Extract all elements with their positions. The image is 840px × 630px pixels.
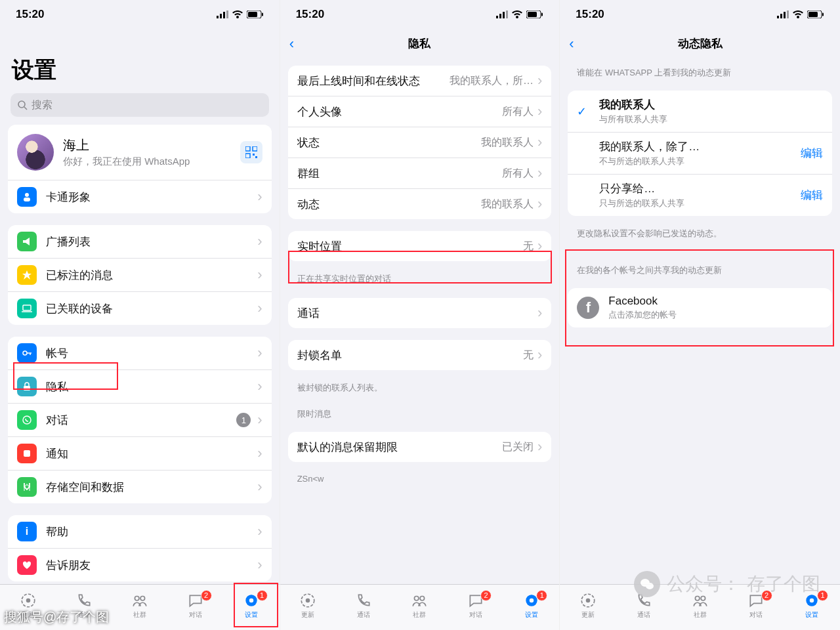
page-title: 设置 [0,29,280,91]
tell-friend-row[interactable]: 告诉朋友 › [8,549,272,581]
svg-point-29 [249,598,254,602]
who-can-see-header: 谁能在 WHATSAPP 上看到我的动态更新 [560,58,840,83]
svg-rect-33 [506,10,508,18]
key-icon [17,343,37,363]
svg-rect-31 [499,14,501,18]
option-contacts-except[interactable]: 我的联系人，除了… 不与所选的联系人共享 编辑 [568,133,832,175]
svg-rect-49 [822,13,824,16]
search-placeholder: 搜索 [32,98,52,112]
privacy-change-note: 更改隐私设置不会影响已发送的动态。 [560,228,840,245]
about-row[interactable]: 状态 我的联系人 › [288,127,552,158]
zsn-text: ZSn<w [280,474,560,489]
facebook-icon: f [577,297,599,319]
profilephoto-row[interactable]: 个人头像 所有人 › [288,96,552,127]
avatar-row[interactable]: 卡通形象 › [8,180,272,213]
profile-status: 你好，我正在使用 WhatsApp [63,156,240,168]
calls-privacy-row[interactable]: 通话 › [288,298,552,328]
signal-icon [217,10,228,18]
facebook-link-row[interactable]: f Facebook 点击添加您的帐号 [568,288,832,327]
svg-rect-32 [503,12,505,18]
svg-point-26 [135,596,139,600]
search-input[interactable]: 搜索 [10,93,269,117]
watermark-left: 搜狐号@存了个图 [4,608,109,626]
profile-name: 海上 [63,136,240,154]
wechat-icon [634,571,660,597]
tab-settings[interactable]: 设置1 [224,592,280,620]
wifi-icon [232,10,243,18]
help-row[interactable]: i 帮助 › [8,515,272,549]
svg-point-57 [646,583,654,589]
battery-icon [247,10,264,18]
status-privacy-row[interactable]: 动态 我的联系人 › [288,189,552,219]
account-row[interactable]: 帐号 › [8,337,272,370]
blocked-footer: 被封锁的联系人列表。 [280,382,560,399]
option-my-contacts[interactable]: ✓ 我的联系人 与所有联系人共享 [568,91,832,133]
svg-point-27 [140,596,145,600]
chats-badge: 1 [236,413,251,427]
blocked-row[interactable]: 封锁名单 无 › [288,340,552,370]
default-timer-row[interactable]: 默认的消息保留期限 已关闭 › [288,432,552,462]
linked-devices-row[interactable]: 已关联的设备 › [8,292,272,325]
tab-chats[interactable]: 对话2 [448,592,503,620]
back-button[interactable]: ‹ [289,35,294,52]
profile-row[interactable]: 海上 你好，我正在使用 WhatsApp [8,125,272,180]
tab-updates[interactable]: 更新 [280,592,336,620]
live-location-row[interactable]: 实时位置 无 › [288,231,552,261]
wifi-icon [793,10,803,18]
svg-rect-11 [245,154,250,158]
bell-icon [17,444,37,463]
svg-rect-35 [528,12,537,17]
svg-rect-3 [226,10,228,18]
broadcast-row[interactable]: 广播列表 › [8,225,272,259]
wifi-icon [512,10,522,18]
privacy-row[interactable]: 隐私 › [8,370,272,404]
starred-row[interactable]: 已标注的消息 › [8,259,272,292]
status-bar: 15:20 [0,0,280,29]
svg-rect-48 [808,12,818,17]
storage-row[interactable]: 存储空间和数据 › [8,471,272,503]
svg-rect-15 [24,198,30,201]
storage-icon [17,477,37,497]
tab-communities[interactable]: 社群 [392,592,448,620]
edit-button[interactable]: 编辑 [801,188,823,203]
chats-row[interactable]: 对话 1 › [8,404,272,437]
svg-rect-9 [245,146,250,151]
battery-icon [526,10,543,18]
svg-point-25 [26,598,30,602]
megaphone-icon [17,232,37,251]
back-button[interactable]: ‹ [569,35,574,52]
svg-rect-12 [253,154,255,156]
tab-calls[interactable]: 通话 [336,592,392,620]
disappearing-header: 限时消息 [280,399,560,424]
svg-point-40 [421,596,425,600]
svg-rect-5 [248,12,257,17]
svg-point-7 [18,101,25,108]
heart-icon [17,555,37,575]
svg-rect-10 [253,146,257,151]
svg-rect-1 [220,14,222,18]
svg-rect-36 [541,13,543,16]
tab-settings[interactable]: 设置1 [503,592,559,620]
edit-button[interactable]: 编辑 [801,146,823,161]
svg-rect-30 [496,16,498,18]
signal-icon [496,10,508,18]
notifications-row[interactable]: 通知 › [8,437,272,471]
svg-rect-13 [255,156,257,158]
tabbar: 更新 通话 社群 对话2 设置1 [280,584,560,630]
option-only-share[interactable]: 只分享给… 只与所选的联系人共享 编辑 [568,175,832,216]
tab-chats[interactable]: 对话2 [167,592,223,620]
tab-communities[interactable]: 社群 [112,592,167,620]
lastseen-row[interactable]: 最后上线时间和在线状态 我的联系人，所… › [288,66,552,96]
share-accounts-header: 在我的各个帐号之间共享我的动态更新 [560,245,840,280]
signal-icon [777,10,789,18]
qr-button[interactable] [240,141,262,163]
svg-line-8 [24,107,27,110]
chevron-right-icon: › [257,188,262,205]
svg-point-22 [23,416,31,424]
groups-row[interactable]: 群组 所有人 › [288,158,552,189]
lock-icon [17,377,37,396]
status-bar: 15:20 [560,0,840,29]
tab-updates[interactable]: 更新 [560,592,616,620]
nav-title: 动态隐私 [678,36,723,51]
star-icon [17,265,37,285]
